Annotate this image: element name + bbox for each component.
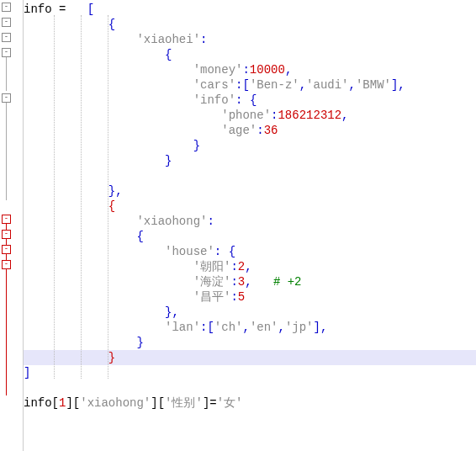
fold-box[interactable]: - <box>2 48 11 57</box>
code-line: { <box>24 229 476 244</box>
code-line: 'lan':['ch','en','jp'], <box>24 320 476 335</box>
code-line: ] <box>24 365 476 380</box>
fold-box[interactable]: - <box>2 18 11 27</box>
code-line <box>24 168 476 183</box>
code-line: info = [ <box>24 2 476 17</box>
code-line: 'phone':186212312, <box>24 108 476 123</box>
code-line: } <box>24 138 476 153</box>
code-line: { <box>24 199 476 214</box>
code-line: 'house': { <box>24 244 476 259</box>
fold-box[interactable]: - <box>2 215 11 224</box>
bottom-statement: info[1]['xiaohong']['性别']='女' <box>24 396 243 410</box>
code-line: 'xiaohei': <box>24 32 476 47</box>
code-line: } <box>24 335 476 350</box>
fold-gutter: - - - - - - - - - <box>0 0 24 451</box>
code-line <box>24 380 476 395</box>
fold-box[interactable]: - <box>2 260 11 269</box>
code-line: 'money':10000, <box>24 62 476 77</box>
code-line: { <box>24 17 476 32</box>
fold-box[interactable]: - <box>2 33 11 42</box>
code-line: 'cars':['Ben-z','audi','BMW'], <box>24 77 476 93</box>
code-line-current: } <box>24 350 476 365</box>
code-line: }, <box>24 183 476 199</box>
code-line: { <box>24 47 476 62</box>
code-line: info[1]['xiaohong']['性别']='女' <box>24 395 476 411</box>
fold-box[interactable]: - <box>2 230 11 239</box>
code-line: '海淀':3, # +2 <box>24 274 476 289</box>
fold-box[interactable]: - <box>2 93 11 103</box>
code-area[interactable]: info = [ { 'xiaohei': { 'money':10000, '… <box>24 0 476 451</box>
fold-box[interactable]: - <box>2 3 11 12</box>
code-line: 'info': { <box>24 93 476 108</box>
code-line: 'xiaohong': <box>24 214 476 229</box>
code-line: } <box>24 153 476 168</box>
variable: info <box>24 3 52 16</box>
code-line: '昌平':5 <box>24 289 476 305</box>
code-line: }, <box>24 305 476 320</box>
code-line: 'age':36 <box>24 123 476 138</box>
code-line: '朝阳':2, <box>24 259 476 274</box>
fold-box[interactable]: - <box>2 245 11 254</box>
